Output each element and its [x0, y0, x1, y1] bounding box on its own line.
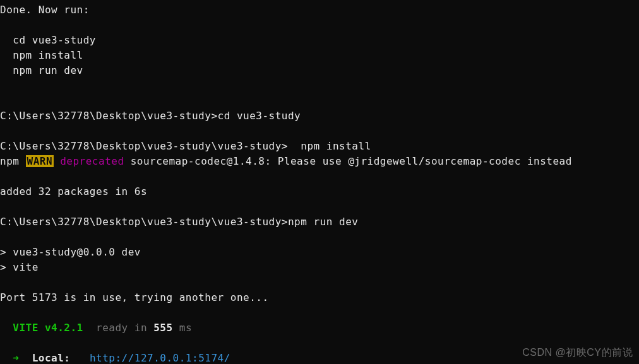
- blank-line: [0, 305, 639, 320]
- instruction-cd: cd vue3-study: [0, 33, 639, 48]
- npm-prefix: npm: [0, 155, 26, 167]
- watermark: CSDN @初映CY的前说: [522, 345, 633, 360]
- ready-time: 555: [153, 322, 172, 334]
- blank-line: [0, 275, 639, 290]
- prompt-path: C:\Users\32778\Desktop\vue3-study\vue3-s…: [0, 140, 301, 152]
- blank-line: [0, 124, 639, 139]
- npm-warn-line: npm WARN deprecated sourcemap-codec@1.4.…: [0, 154, 639, 169]
- warn-badge: WARN: [26, 155, 54, 167]
- command-text: npm run dev: [288, 216, 358, 228]
- command-text: cd vue3-study: [218, 110, 301, 122]
- prompt-path: C:\Users\32778\Desktop\vue3-study\vue3-s…: [0, 216, 288, 228]
- local-url[interactable]: http://127.0.0.1:5174/: [90, 352, 230, 364]
- instruction-dev: npm run dev: [0, 63, 639, 78]
- added-packages: added 32 packages in 6s: [0, 184, 639, 199]
- script-line-2: > vite: [0, 260, 639, 275]
- vite-label: VITE v4.2.1: [0, 322, 83, 334]
- done-message: Done. Now run:: [0, 3, 639, 18]
- arrow-icon: ➜: [0, 352, 32, 364]
- prompt-dev[interactable]: C:\Users\32778\Desktop\vue3-study\vue3-s…: [0, 214, 639, 230]
- blank-line: [0, 78, 639, 93]
- script-line-1: > vue3-study@0.0.0 dev: [0, 245, 639, 260]
- command-text: npm install: [301, 140, 371, 152]
- blank-line: [0, 230, 639, 245]
- prompt-cd[interactable]: C:\Users\32778\Desktop\vue3-study>cd vue…: [0, 109, 639, 124]
- warn-message: sourcemap-codec@1.4.8: Please use @jridg…: [124, 155, 572, 167]
- instruction-install: npm install: [0, 48, 639, 63]
- blank-line: [0, 169, 639, 184]
- ready-ms: ms: [173, 322, 192, 334]
- local-label: Local:: [32, 352, 90, 364]
- blank-line: [0, 18, 639, 33]
- blank-line: [0, 93, 639, 109]
- vite-ready-line: VITE v4.2.1 ready in 555 ms: [0, 320, 639, 336]
- ready-text: ready in: [83, 322, 153, 334]
- deprecated-label: deprecated: [54, 155, 124, 167]
- prompt-install[interactable]: C:\Users\32778\Desktop\vue3-study\vue3-s…: [0, 139, 639, 154]
- port-message: Port 5173 is in use, trying another one.…: [0, 290, 639, 305]
- prompt-path: C:\Users\32778\Desktop\vue3-study>: [0, 110, 218, 122]
- blank-line: [0, 199, 639, 214]
